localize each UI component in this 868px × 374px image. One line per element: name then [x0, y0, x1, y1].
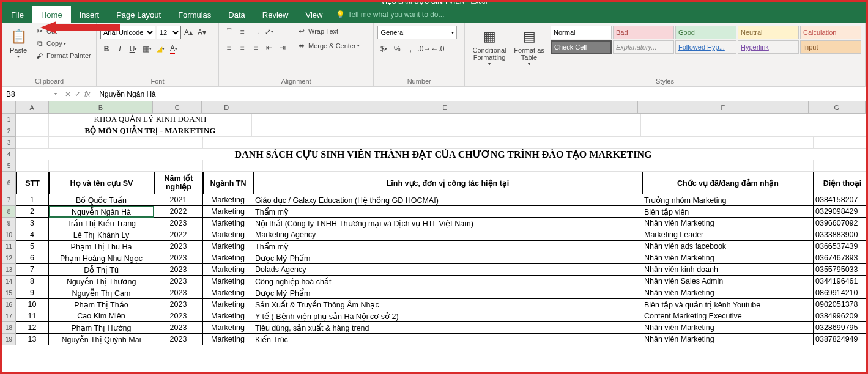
increase-indent-button[interactable]: ⇥	[276, 42, 289, 54]
cell[interactable]	[641, 125, 812, 137]
cell[interactable]	[203, 160, 253, 172]
cell[interactable]: Marketing Leader	[642, 229, 814, 241]
cell[interactable]: Nhân viên Marketing	[642, 287, 814, 299]
header-cell[interactable]: Lĩnh vực, đơn vị công tác hiện tại	[253, 172, 642, 194]
cell[interactable]: Nhân viên Marketing	[642, 218, 814, 229]
font-color-button[interactable]: A▾	[168, 43, 180, 55]
row-header[interactable]: 6	[2, 172, 16, 194]
cell[interactable]	[253, 160, 642, 172]
cell[interactable]: Nhân viên kinh doanh	[642, 264, 814, 276]
cell[interactable]: Phạm Hoàng Như Ngọc	[49, 252, 154, 264]
style-normal[interactable]: Normal	[551, 26, 612, 39]
cell[interactable]	[253, 137, 642, 148]
number-format-select[interactable]: General▾	[377, 26, 457, 39]
row-header[interactable]: 7	[2, 194, 16, 206]
cell[interactable]: Marketing	[203, 322, 253, 334]
increase-font-button[interactable]: A▴	[182, 26, 195, 38]
cell[interactable]: 2023	[154, 310, 203, 322]
cell[interactable]: Marketing	[203, 299, 253, 310]
cell[interactable]: Nguyễn Thị Thương	[49, 276, 154, 287]
cell[interactable]: 0355795033	[814, 264, 868, 276]
cut-button[interactable]: ✂Cut	[33, 26, 93, 37]
row-header[interactable]: 13	[2, 264, 16, 276]
cell[interactable]: 0902051378	[814, 299, 868, 310]
row-header[interactable]: 2	[2, 125, 16, 137]
cell[interactable]: Công nghiệp hoá chất	[253, 276, 642, 287]
cell[interactable]: 10	[16, 299, 49, 310]
cell[interactable]: Đỗ Thị Tú	[49, 264, 154, 276]
row-header[interactable]: 17	[2, 310, 16, 322]
header-cell[interactable]: Chức vụ đã/đang đảm nhận	[642, 172, 814, 194]
col-header-c[interactable]: C	[153, 101, 202, 113]
cell[interactable]: 0384996209	[814, 310, 868, 322]
cell[interactable]: 6	[16, 252, 49, 264]
cell[interactable]	[642, 160, 814, 172]
cell[interactable]	[49, 160, 154, 172]
percent-button[interactable]: %	[391, 43, 403, 55]
cell[interactable]	[252, 114, 641, 125]
row-header[interactable]: 12	[2, 252, 16, 264]
fx-icon[interactable]: fx	[84, 90, 90, 98]
cell[interactable]: Marketing	[203, 264, 253, 276]
cell[interactable]: Dược Mỹ Phẩm	[253, 287, 642, 299]
cell[interactable]: Cao Kim Miên	[49, 310, 154, 322]
cell[interactable]: 2022	[154, 229, 203, 241]
cell[interactable]: 0329098429	[814, 206, 868, 218]
cell[interactable]: Marketing Agency	[253, 229, 642, 241]
cell[interactable]: 2	[16, 206, 49, 218]
cell[interactable]: Marketing	[203, 194, 253, 206]
cell[interactable]: 2023	[154, 241, 203, 252]
cell[interactable]	[49, 137, 154, 148]
enter-formula-icon[interactable]: ✓	[75, 90, 81, 98]
cell[interactable]: BỘ MÔN QUẢN TRỊ - MARKETING	[49, 125, 252, 137]
col-header-d[interactable]: D	[202, 101, 251, 113]
cell[interactable]: Marketing	[203, 252, 253, 264]
cell[interactable]: Marketing	[203, 218, 253, 229]
cell[interactable]: 9	[16, 287, 49, 299]
cell[interactable]: Marketing	[203, 241, 253, 252]
style-input[interactable]: Input	[800, 40, 861, 54]
cell[interactable]: Y tế ( Bệnh viện phụ sản Hà Nội cơ sở 2)	[253, 310, 642, 322]
cell[interactable]: 0328699795	[814, 322, 868, 334]
merge-center-button[interactable]: ⬌Merge & Center▾	[295, 40, 362, 51]
row-header[interactable]: 1	[2, 114, 16, 125]
cell[interactable]: Dolads Agency	[253, 264, 642, 276]
cell[interactable]	[814, 160, 868, 172]
tab-formulas[interactable]: Formulas	[169, 6, 220, 23]
cell[interactable]: Sản Xuất & Truyền Thông Âm Nhạc	[253, 299, 642, 310]
cell[interactable]: 2023	[154, 276, 203, 287]
row-header[interactable]: 8	[2, 206, 16, 218]
format-painter-button[interactable]: 🖌Format Painter	[33, 50, 93, 61]
cell[interactable]: Thẩm mỹ	[253, 241, 642, 252]
cell[interactable]: Biên tập viên	[642, 206, 814, 218]
style-good[interactable]: Good	[675, 26, 736, 39]
cell[interactable]: Phạm Thị Thảo	[49, 299, 154, 310]
row-header[interactable]: 18	[2, 322, 16, 334]
row-header[interactable]: 10	[2, 229, 16, 241]
conditional-formatting-button[interactable]: ▦Conditional Formatting▾	[469, 26, 510, 68]
cell[interactable]: Trần Thị Kiều Trang	[49, 218, 154, 229]
tab-page-layout[interactable]: Page Layout	[108, 6, 169, 23]
copy-button[interactable]: ⧉Copy▾	[33, 38, 93, 49]
row-header[interactable]: 4	[2, 148, 16, 160]
cell[interactable]	[16, 125, 49, 137]
border-button[interactable]: ▦▾	[141, 43, 153, 55]
align-right-button[interactable]: ≡	[250, 42, 262, 54]
header-cell[interactable]: STT	[16, 172, 49, 194]
cell-styles-gallery[interactable]: Normal Bad Good Neutral Calculation Chec…	[551, 26, 861, 54]
cell[interactable]: 2023	[154, 264, 203, 276]
style-calculation[interactable]: Calculation	[800, 26, 861, 39]
tab-review[interactable]: Review	[254, 6, 297, 23]
col-header-b[interactable]: B	[49, 101, 154, 113]
cell[interactable]: Nhân viên Marketing	[642, 252, 814, 264]
grid-body[interactable]: KHOA QUẢN LÝ KINH DOANH BỘ MÔN QUẢN TRỊ …	[16, 114, 868, 345]
align-center-button[interactable]: ≡	[236, 42, 248, 54]
cell[interactable]	[812, 125, 868, 137]
cell[interactable]	[252, 125, 641, 137]
comma-button[interactable]: ,	[404, 43, 417, 55]
cell[interactable]: Nguyễn Ngân Hà	[49, 206, 154, 218]
cell[interactable]	[642, 137, 814, 148]
select-all-triangle[interactable]	[2, 101, 16, 114]
align-left-button[interactable]: ≡	[223, 42, 235, 54]
cell[interactable]: 2021	[154, 194, 203, 206]
